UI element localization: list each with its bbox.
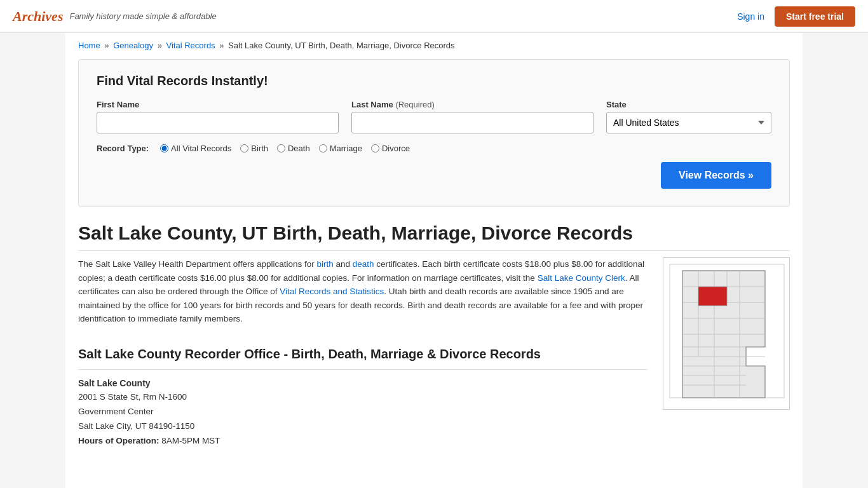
content-text: The Salt Lake Valley Health Department o… — [78, 257, 648, 449]
first-name-label: First Name — [97, 100, 339, 109]
map-container — [663, 257, 790, 410]
radio-all-vital[interactable]: All Vital Records — [160, 144, 231, 153]
view-records-button[interactable]: View Records » — [661, 162, 771, 189]
state-group: State All United States Alabama Alaska A… — [606, 100, 771, 133]
breadcrumb-genealogy[interactable]: Genealogy — [113, 41, 153, 50]
breadcrumb-current: Salt Lake County, UT Birth, Death, Marri… — [228, 41, 454, 50]
birth-link[interactable]: birth — [316, 259, 333, 269]
radio-group: All Vital Records Birth Death Marriage D… — [160, 144, 410, 153]
breadcrumb-sep-1: » — [104, 41, 109, 50]
search-box: Find Vital Records Instantly! First Name… — [78, 59, 790, 207]
hours-value: 8AM-5PM MST — [161, 436, 220, 445]
search-title: Find Vital Records Instantly! — [97, 74, 771, 88]
radio-death[interactable]: Death — [277, 144, 310, 153]
record-type-row: Record Type: All Vital Records Birth Dea… — [97, 144, 771, 153]
death-link[interactable]: death — [353, 259, 374, 269]
site-logo: Archives — [13, 8, 63, 25]
first-name-group: First Name — [97, 100, 339, 133]
radio-divorce[interactable]: Divorce — [371, 144, 410, 153]
slc-clerk-link[interactable]: Salt Lake County Clerk — [538, 273, 625, 283]
last-name-label: Last Name (Required) — [351, 100, 593, 109]
last-name-group: Last Name (Required) — [351, 100, 593, 133]
state-label: State — [606, 100, 771, 109]
radio-marriage[interactable]: Marriage — [319, 144, 362, 153]
radio-birth[interactable]: Birth — [240, 144, 268, 153]
header-left: Archives Family history made simple & af… — [13, 8, 217, 25]
content-area: The Salt Lake Valley Health Department o… — [78, 257, 790, 449]
breadcrumb: Home » Genealogy » Vital Records » Salt … — [78, 41, 790, 50]
search-fields: First Name Last Name (Required) State Al… — [97, 100, 771, 133]
utah-map-svg — [663, 258, 790, 410]
vital-records-link[interactable]: Vital Records and Statistics — [280, 287, 384, 296]
breadcrumb-sep-2: » — [158, 41, 162, 50]
map-area — [663, 257, 790, 449]
description-paragraph: The Salt Lake Valley Health Department o… — [78, 257, 648, 326]
main-content: Home » Genealogy » Vital Records » Salt … — [65, 33, 803, 488]
page-header: Archives Family history made simple & af… — [0, 0, 868, 33]
header-tagline: Family history made simple & affordable — [69, 11, 216, 21]
office-address: 2001 S State St, Rm N-1600 Government Ce… — [78, 390, 648, 449]
header-right: Sign in Start free trial — [737, 6, 855, 27]
office-name: Salt Lake County — [78, 376, 648, 390]
breadcrumb-sep-3: » — [219, 41, 224, 50]
last-name-input[interactable] — [351, 112, 593, 133]
sign-in-link[interactable]: Sign in — [737, 11, 764, 22]
view-records-row: View Records » — [97, 162, 771, 189]
sub-heading: Salt Lake County Recorder Office - Birth… — [78, 344, 648, 370]
hours-label: Hours of Operation: — [78, 436, 159, 445]
start-trial-button[interactable]: Start free trial — [775, 6, 855, 27]
breadcrumb-home[interactable]: Home — [78, 41, 100, 50]
svg-rect-9 — [698, 287, 727, 306]
page-title: Salt Lake County, UT Birth, Death, Marri… — [78, 222, 790, 251]
state-select[interactable]: All United States Alabama Alaska Arizona… — [606, 112, 771, 133]
record-type-label: Record Type: — [97, 144, 149, 153]
first-name-input[interactable] — [97, 112, 339, 133]
breadcrumb-vital-records[interactable]: Vital Records — [166, 41, 215, 50]
